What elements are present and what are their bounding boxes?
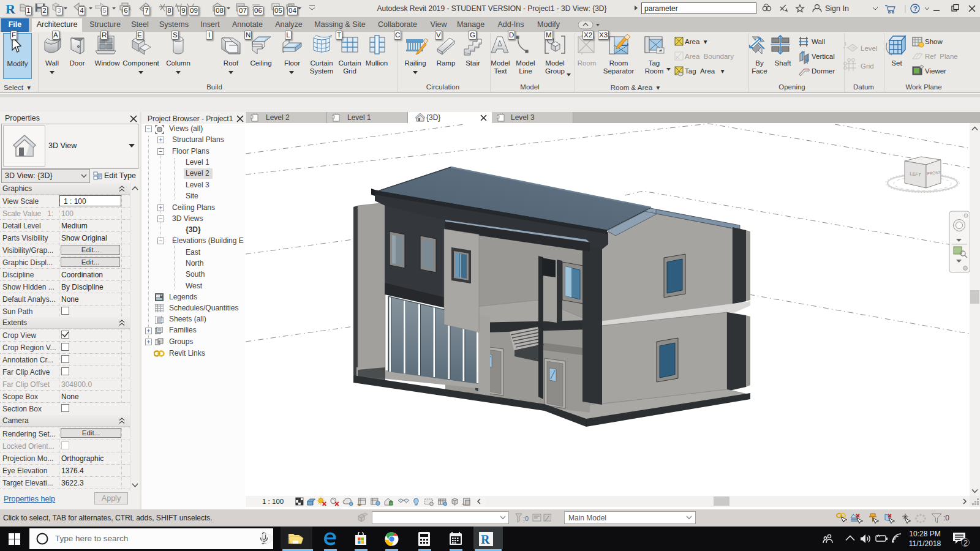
svg-text:R: R: [481, 533, 490, 546]
svg-text:2: 2: [963, 539, 968, 547]
svg-text:?: ?: [913, 5, 918, 12]
svg-text::0: :0: [523, 515, 529, 522]
svg-text:Sign In: Sign In: [825, 4, 849, 13]
